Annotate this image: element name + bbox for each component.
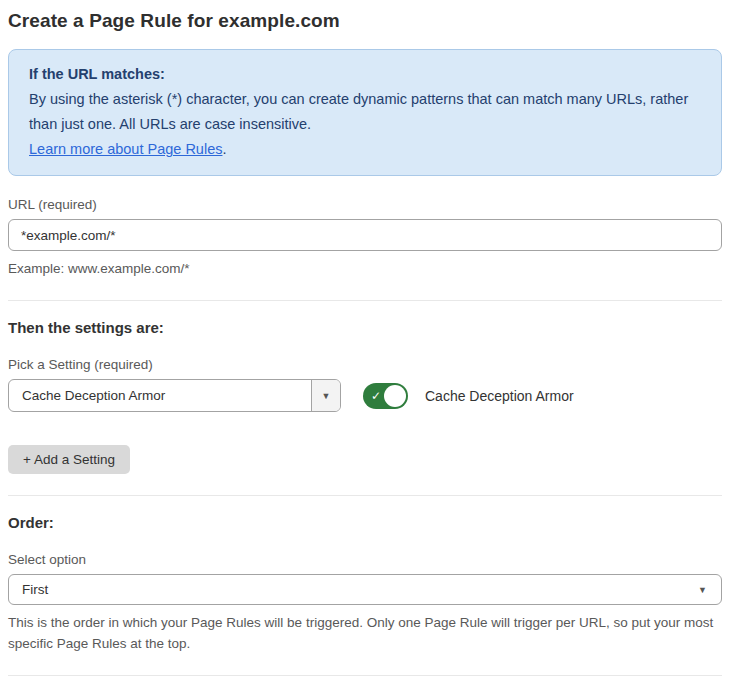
toggle-knob: [384, 385, 406, 407]
page-rule-form: Create a Page Rule for example.com If th…: [8, 0, 722, 679]
divider: [8, 495, 722, 496]
page-title: Create a Page Rule for example.com: [8, 10, 722, 32]
setting-select[interactable]: Cache Deception Armor ▼: [8, 379, 341, 412]
order-section-heading: Order:: [8, 514, 722, 531]
learn-more-link[interactable]: Learn more about Page Rules: [29, 141, 222, 157]
url-example-text: Example: www.example.com/*: [8, 258, 722, 279]
setting-toggle[interactable]: ✓: [363, 383, 408, 409]
info-box-link-line: Learn more about Page Rules.: [29, 137, 701, 162]
url-match-info-box: If the URL matches: By using the asteris…: [8, 49, 722, 176]
order-description: This is the order in which your Page Rul…: [8, 612, 720, 654]
link-suffix: .: [222, 141, 226, 157]
setting-select-value: Cache Deception Armor: [9, 380, 311, 411]
divider: [8, 675, 722, 676]
chevron-down-icon: ▼: [698, 585, 707, 595]
setting-picker-label: Pick a Setting (required): [8, 357, 722, 372]
url-field-label: URL (required): [8, 197, 722, 212]
chevron-down-icon: ▼: [322, 391, 331, 401]
check-icon: ✓: [371, 389, 381, 403]
order-select-label: Select option: [8, 552, 722, 567]
order-select[interactable]: First ▼: [8, 574, 722, 605]
setting-toggle-wrap: ✓ Cache Deception Armor: [363, 383, 574, 409]
add-setting-button[interactable]: + Add a Setting: [8, 445, 130, 474]
setting-toggle-label: Cache Deception Armor: [425, 388, 574, 404]
url-input[interactable]: [8, 219, 722, 251]
divider: [8, 300, 722, 301]
info-box-heading: If the URL matches:: [29, 62, 701, 87]
setting-row: Cache Deception Armor ▼ ✓ Cache Deceptio…: [8, 379, 722, 412]
order-select-value: First: [22, 582, 48, 597]
settings-section-heading: Then the settings are:: [8, 319, 722, 336]
setting-select-arrow-button[interactable]: ▼: [311, 380, 340, 411]
info-box-body: By using the asterisk (*) character, you…: [29, 87, 701, 137]
